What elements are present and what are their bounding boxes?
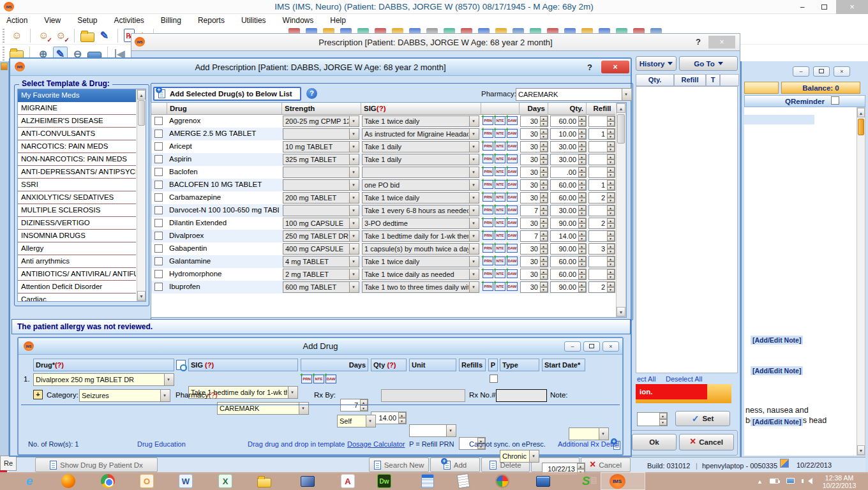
qty-spinner[interactable]: 10.00 bbox=[550, 128, 587, 140]
patient-demographics-icon[interactable]: ☺ bbox=[10, 28, 24, 43]
spin-up-icon[interactable] bbox=[607, 205, 615, 211]
help-circle-icon[interactable]: ? bbox=[306, 88, 317, 99]
refill-spinner[interactable] bbox=[588, 256, 615, 267]
days-spinner[interactable]: 30 bbox=[520, 141, 548, 152]
pharmacy-select[interactable]: CAREMARK bbox=[217, 402, 309, 415]
add-daw-icon[interactable]: DAW+ bbox=[507, 116, 518, 125]
spin-up-icon[interactable] bbox=[540, 154, 548, 160]
days-spinner[interactable]: 30 bbox=[520, 281, 548, 293]
cancel-button[interactable]: Cancel bbox=[679, 434, 734, 450]
minimize-icon[interactable]: – bbox=[793, 66, 809, 77]
template-item[interactable]: Allergy bbox=[18, 242, 136, 255]
refill-spinner[interactable]: 2 bbox=[588, 218, 615, 229]
spin-down-icon[interactable] bbox=[540, 147, 548, 152]
days-spinner[interactable]: 30 bbox=[520, 218, 548, 229]
dosage-calculator-link[interactable]: Dosage Calculator bbox=[347, 440, 405, 448]
dropdown-arrow-icon[interactable] bbox=[349, 193, 359, 203]
dropdown-arrow-icon[interactable] bbox=[349, 218, 359, 228]
spin-down-icon[interactable] bbox=[540, 287, 548, 292]
days-spinner[interactable]: 30 bbox=[520, 179, 548, 191]
template-item[interactable]: MULTIPLE SCLEROSIS bbox=[18, 204, 136, 217]
menu-help[interactable]: Help bbox=[330, 16, 346, 25]
spin-up-icon[interactable] bbox=[607, 116, 615, 121]
days-spinner[interactable]: 30 bbox=[520, 115, 548, 127]
dropdown-arrow-icon[interactable] bbox=[366, 415, 375, 427]
dropdown-arrow-icon[interactable] bbox=[469, 231, 479, 241]
qty-spinner[interactable]: 30.00 bbox=[550, 154, 587, 165]
strength-select[interactable] bbox=[283, 179, 359, 191]
dropdown-arrow-icon[interactable] bbox=[469, 282, 479, 292]
add-nte-icon[interactable]: NTE+ bbox=[495, 129, 505, 138]
qty-spinner[interactable]: .00 bbox=[550, 167, 587, 178]
strength-select[interactable] bbox=[283, 167, 359, 178]
network-icon[interactable] bbox=[786, 478, 795, 484]
dropdown-arrow-icon[interactable] bbox=[349, 180, 359, 190]
template-item[interactable]: Attention Deficit Disorder bbox=[18, 281, 136, 293]
adobe-reader-icon[interactable]: A bbox=[340, 473, 356, 489]
add-daw-icon[interactable]: DAW+ bbox=[507, 269, 518, 278]
spin-down-icon[interactable] bbox=[540, 223, 548, 228]
add-prn-icon[interactable]: PRN+ bbox=[483, 256, 493, 265]
dropdown-arrow-icon[interactable] bbox=[349, 244, 359, 254]
sig-select[interactable]: As instructed for Migraine Headacl bbox=[362, 128, 479, 140]
strength-select[interactable] bbox=[283, 128, 359, 140]
add-daw-icon[interactable]: DAW+ bbox=[507, 167, 518, 176]
spin-down-icon[interactable] bbox=[659, 419, 667, 426]
prescription-window-titlebar[interactable]: IMS Prescription [Patient: DABBS, JORGE … bbox=[131, 33, 740, 51]
select-all-link[interactable]: ect All bbox=[637, 375, 655, 383]
add-nte-icon[interactable]: NTE+ bbox=[313, 375, 324, 383]
spin-down-icon[interactable] bbox=[578, 147, 586, 152]
spin-down-icon[interactable] bbox=[607, 236, 615, 241]
strength-select[interactable]: 325 mg TABLET bbox=[283, 154, 359, 165]
spin-down-icon[interactable] bbox=[607, 211, 615, 216]
scroll-down-icon[interactable] bbox=[857, 445, 865, 455]
additional-rx-detail-link[interactable]: Additional Rx Detail bbox=[558, 440, 619, 448]
sig-select[interactable]: Take 1 daily bbox=[362, 141, 479, 152]
type-select[interactable]: Chronic bbox=[500, 450, 539, 463]
dropdown-arrow-icon[interactable] bbox=[349, 205, 359, 216]
sig-select[interactable] bbox=[362, 167, 479, 178]
drug-checkbox[interactable] bbox=[154, 283, 163, 291]
spin-up-icon[interactable] bbox=[578, 231, 586, 236]
drug-checkbox[interactable] bbox=[154, 193, 163, 202]
template-item[interactable]: ANTIBIOTICS/ ANTIVIRAL/ ANTIFUN bbox=[18, 268, 136, 281]
spin-down-icon[interactable] bbox=[578, 262, 586, 267]
drug-search-icon[interactable] bbox=[176, 360, 186, 370]
spin-up-icon[interactable] bbox=[540, 193, 548, 198]
qreminder-header[interactable]: QReminder bbox=[744, 95, 865, 107]
help-icon[interactable]: ? bbox=[696, 37, 701, 47]
add-nte-icon[interactable]: NTE+ bbox=[495, 244, 505, 253]
note-scrollbar[interactable] bbox=[857, 107, 865, 456]
spin-up-icon[interactable] bbox=[578, 282, 586, 287]
refill-spinner[interactable]: 2 bbox=[588, 192, 615, 204]
dropdown-arrow-icon[interactable] bbox=[469, 269, 479, 279]
days-spinner[interactable]: 30 bbox=[520, 256, 548, 267]
spin-down-icon[interactable] bbox=[607, 287, 615, 292]
strength-select[interactable]: 4 mg TABLET bbox=[283, 256, 359, 267]
minimize-icon[interactable]: – bbox=[564, 341, 581, 352]
menu-billing[interactable]: Billing bbox=[161, 16, 181, 25]
add-daw-icon[interactable]: DAW+ bbox=[326, 375, 336, 383]
add-nte-icon[interactable]: NTE+ bbox=[495, 269, 505, 278]
spin-up-icon[interactable] bbox=[578, 154, 586, 160]
refill-spinner[interactable] bbox=[588, 141, 615, 152]
strength-select[interactable]: 250 mg TABLET DR bbox=[283, 230, 359, 242]
spin-down-icon[interactable] bbox=[578, 211, 586, 216]
scroll-thumb[interactable] bbox=[138, 100, 145, 126]
menu-reports[interactable]: Reports bbox=[198, 16, 225, 25]
menu-windows[interactable]: Windows bbox=[283, 16, 314, 25]
notepad-icon[interactable] bbox=[455, 473, 472, 489]
template-item[interactable]: ANTI-DEPRESSANTS/ ANTIPSYCHO bbox=[18, 166, 136, 179]
add-daw-icon[interactable]: DAW+ bbox=[507, 129, 518, 138]
drug-checkbox[interactable] bbox=[154, 142, 163, 151]
sig-select[interactable]: one PO bid bbox=[362, 179, 479, 191]
spin-down-icon[interactable] bbox=[578, 198, 586, 203]
sig-select[interactable]: 3-PO dedtime bbox=[362, 218, 479, 229]
spin-up-icon[interactable] bbox=[578, 116, 586, 121]
dropdown-arrow-icon[interactable] bbox=[599, 428, 608, 440]
spin-up-icon[interactable] bbox=[540, 167, 548, 172]
strength-select[interactable]: 200-25 mg CPMP 12 bbox=[283, 115, 359, 127]
qty-spinner[interactable]: 90.00 bbox=[550, 281, 587, 293]
spin-up-icon[interactable] bbox=[578, 218, 586, 223]
spin-up-icon[interactable] bbox=[540, 218, 548, 223]
